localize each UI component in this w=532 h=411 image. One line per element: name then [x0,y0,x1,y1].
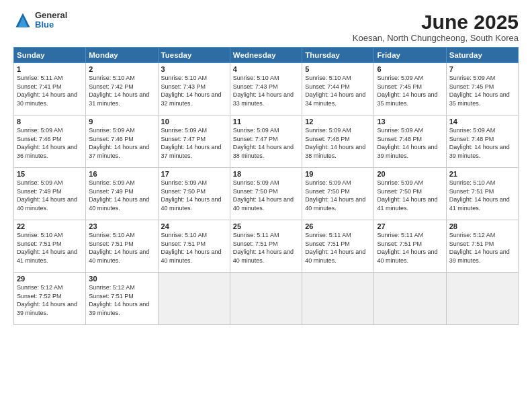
day-detail: Sunrise: 5:10 AMSunset: 7:44 PMDaylight:… [305,74,371,107]
day-detail: Sunrise: 5:10 AMSunset: 7:42 PMDaylight:… [89,74,154,107]
day-number: 28 [449,222,515,230]
calendar-cell: 28Sunrise: 5:12 AMSunset: 7:51 PMDayligh… [446,220,518,273]
logo-blue-text: Blue [35,20,67,30]
day-detail: Sunrise: 5:09 AMSunset: 7:49 PMDaylight:… [89,179,154,212]
day-detail: Sunrise: 5:10 AMSunset: 7:51 PMDaylight:… [161,231,227,265]
page-subtitle: Koesan, North Chungcheong, South Korea [353,33,519,43]
day-number: 21 [449,170,515,178]
day-detail: Sunrise: 5:11 AMSunset: 7:41 PMDaylight:… [17,74,83,107]
day-number: 12 [305,118,371,126]
logo: General Blue [13,11,67,30]
calendar-cell: 23Sunrise: 5:10 AMSunset: 7:51 PMDayligh… [86,220,158,273]
day-detail: Sunrise: 5:11 AMSunset: 7:51 PMDaylight:… [377,231,443,265]
day-number: 18 [233,170,299,178]
calendar-cell: 16Sunrise: 5:09 AMSunset: 7:49 PMDayligh… [86,168,158,220]
calendar-cell: 19Sunrise: 5:09 AMSunset: 7:50 PMDayligh… [302,168,374,220]
col-header-friday: Friday [374,48,446,63]
day-detail: Sunrise: 5:09 AMSunset: 7:45 PMDaylight:… [377,74,443,107]
calendar-table: SundayMondayTuesdayWednesdayThursdayFrid… [13,47,519,325]
calendar-cell: 22Sunrise: 5:10 AMSunset: 7:51 PMDayligh… [14,220,86,273]
day-detail: Sunrise: 5:10 AMSunset: 7:43 PMDaylight:… [233,74,299,107]
calendar-header-row: SundayMondayTuesdayWednesdayThursdayFrid… [14,48,519,63]
day-number: 17 [161,170,227,178]
calendar-cell [446,273,518,325]
col-header-tuesday: Tuesday [158,48,230,63]
day-detail: Sunrise: 5:09 AMSunset: 7:50 PMDaylight:… [161,179,227,212]
calendar-week-4: 22Sunrise: 5:10 AMSunset: 7:51 PMDayligh… [14,220,519,273]
day-detail: Sunrise: 5:11 AMSunset: 7:51 PMDaylight:… [305,231,371,265]
calendar-cell: 3Sunrise: 5:10 AMSunset: 7:43 PMDaylight… [158,63,230,116]
page-title: June 2025 [353,11,519,33]
calendar-cell: 20Sunrise: 5:09 AMSunset: 7:50 PMDayligh… [374,168,446,220]
page-header: General Blue June 2025 Koesan, North Chu… [13,11,519,43]
day-detail: Sunrise: 5:09 AMSunset: 7:50 PMDaylight:… [305,179,371,212]
calendar-cell [302,273,374,325]
calendar-cell: 18Sunrise: 5:09 AMSunset: 7:50 PMDayligh… [230,168,302,220]
day-number: 19 [305,170,371,178]
calendar-cell: 13Sunrise: 5:09 AMSunset: 7:48 PMDayligh… [374,116,446,168]
day-number: 16 [89,170,154,178]
calendar-week-2: 8Sunrise: 5:09 AMSunset: 7:46 PMDaylight… [14,116,519,168]
day-number: 11 [233,118,299,126]
calendar-cell: 27Sunrise: 5:11 AMSunset: 7:51 PMDayligh… [374,220,446,273]
day-number: 5 [305,65,371,73]
calendar-cell: 7Sunrise: 5:09 AMSunset: 7:45 PMDaylight… [446,63,518,116]
day-detail: Sunrise: 5:09 AMSunset: 7:50 PMDaylight:… [377,179,443,212]
calendar-cell [158,273,230,325]
day-number: 3 [161,65,227,73]
calendar-cell: 11Sunrise: 5:09 AMSunset: 7:47 PMDayligh… [230,116,302,168]
day-number: 7 [449,65,515,73]
day-detail: Sunrise: 5:09 AMSunset: 7:47 PMDaylight:… [233,126,299,160]
day-detail: Sunrise: 5:12 AMSunset: 7:52 PMDaylight:… [17,283,83,317]
day-detail: Sunrise: 5:12 AMSunset: 7:51 PMDaylight:… [449,231,515,265]
col-header-monday: Monday [86,48,158,63]
col-header-wednesday: Wednesday [230,48,302,63]
calendar-cell: 29Sunrise: 5:12 AMSunset: 7:52 PMDayligh… [14,273,86,325]
calendar-cell: 14Sunrise: 5:09 AMSunset: 7:48 PMDayligh… [446,116,518,168]
day-number: 4 [233,65,299,73]
col-header-saturday: Saturday [446,48,518,63]
day-detail: Sunrise: 5:09 AMSunset: 7:45 PMDaylight:… [449,74,515,107]
calendar-cell: 9Sunrise: 5:09 AMSunset: 7:46 PMDaylight… [86,116,158,168]
day-number: 2 [89,65,154,73]
day-number: 23 [89,222,154,230]
calendar-cell: 10Sunrise: 5:09 AMSunset: 7:47 PMDayligh… [158,116,230,168]
day-detail: Sunrise: 5:10 AMSunset: 7:51 PMDaylight:… [89,231,154,265]
day-number: 15 [17,170,83,178]
calendar-cell: 15Sunrise: 5:09 AMSunset: 7:49 PMDayligh… [14,168,86,220]
day-detail: Sunrise: 5:09 AMSunset: 7:50 PMDaylight:… [233,179,299,212]
calendar-cell: 8Sunrise: 5:09 AMSunset: 7:46 PMDaylight… [14,116,86,168]
calendar-cell: 17Sunrise: 5:09 AMSunset: 7:50 PMDayligh… [158,168,230,220]
logo-icon [13,11,32,30]
calendar-cell: 12Sunrise: 5:09 AMSunset: 7:48 PMDayligh… [302,116,374,168]
day-number: 9 [89,118,154,126]
day-number: 8 [17,118,83,126]
day-number: 13 [377,118,443,126]
day-detail: Sunrise: 5:09 AMSunset: 7:46 PMDaylight:… [17,126,83,160]
calendar-cell: 5Sunrise: 5:10 AMSunset: 7:44 PMDaylight… [302,63,374,116]
day-detail: Sunrise: 5:10 AMSunset: 7:43 PMDaylight:… [161,74,227,107]
calendar-cell: 26Sunrise: 5:11 AMSunset: 7:51 PMDayligh… [302,220,374,273]
day-number: 14 [449,118,515,126]
calendar-cell [374,273,446,325]
calendar-week-5: 29Sunrise: 5:12 AMSunset: 7:52 PMDayligh… [14,273,519,325]
day-number: 1 [17,65,83,73]
day-number: 27 [377,222,443,230]
day-detail: Sunrise: 5:09 AMSunset: 7:48 PMDaylight:… [305,126,371,160]
logo-text: General Blue [35,11,67,30]
day-detail: Sunrise: 5:09 AMSunset: 7:47 PMDaylight:… [161,126,227,160]
calendar-cell: 6Sunrise: 5:09 AMSunset: 7:45 PMDaylight… [374,63,446,116]
day-detail: Sunrise: 5:10 AMSunset: 7:51 PMDaylight:… [17,231,83,265]
calendar-cell: 21Sunrise: 5:10 AMSunset: 7:51 PMDayligh… [446,168,518,220]
calendar-cell: 30Sunrise: 5:12 AMSunset: 7:51 PMDayligh… [86,273,158,325]
calendar-cell: 4Sunrise: 5:10 AMSunset: 7:43 PMDaylight… [230,63,302,116]
col-header-sunday: Sunday [14,48,86,63]
title-block: June 2025 Koesan, North Chungcheong, Sou… [353,11,519,43]
calendar-cell: 24Sunrise: 5:10 AMSunset: 7:51 PMDayligh… [158,220,230,273]
day-detail: Sunrise: 5:09 AMSunset: 7:48 PMDaylight:… [449,126,515,160]
day-number: 22 [17,222,83,230]
calendar-page: General Blue June 2025 Koesan, North Chu… [0,0,532,411]
calendar-cell: 1Sunrise: 5:11 AMSunset: 7:41 PMDaylight… [14,63,86,116]
day-number: 29 [17,275,83,283]
day-detail: Sunrise: 5:09 AMSunset: 7:48 PMDaylight:… [377,126,443,160]
